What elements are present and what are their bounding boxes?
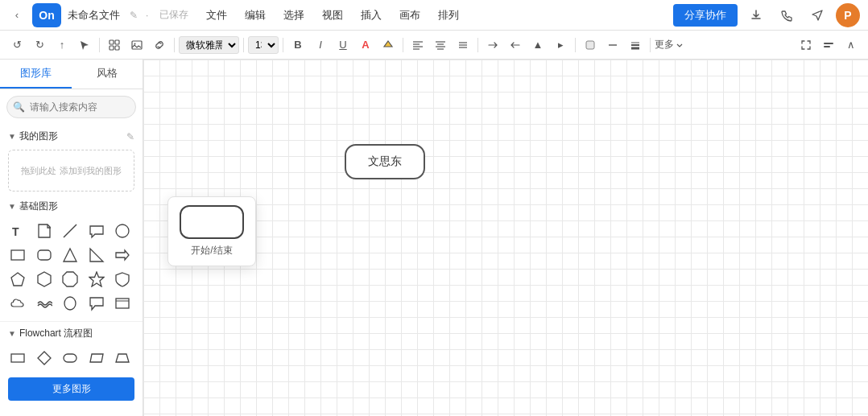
- svg-rect-0: [110, 40, 114, 44]
- svg-marker-33: [11, 273, 24, 286]
- edit-shapes-icon[interactable]: ✎: [126, 131, 134, 142]
- collapse-toolbar-button[interactable]: ∧: [841, 35, 862, 56]
- toolbar-right-icons: ∧: [796, 35, 862, 56]
- grid-toggle[interactable]: [104, 35, 125, 56]
- menu-arrange[interactable]: 排列: [435, 6, 462, 24]
- link-insert[interactable]: [149, 35, 170, 56]
- font-color-button[interactable]: A: [355, 35, 376, 56]
- my-shapes-section-header[interactable]: ▼ 我的图形 ✎: [0, 125, 143, 146]
- divider2: [174, 38, 175, 52]
- search-icon: 🔍: [13, 101, 25, 113]
- more-shapes-button[interactable]: 更多图形: [8, 377, 134, 401]
- line-btn[interactable]: [602, 35, 623, 56]
- shape-line[interactable]: [59, 220, 81, 242]
- more-tb-1[interactable]: [482, 35, 503, 56]
- canvas-area[interactable]: 文思东 开始/结束: [143, 60, 868, 416]
- shape-star[interactable]: [85, 268, 108, 290]
- underline-button[interactable]: U: [333, 35, 353, 56]
- tab-style[interactable]: 风格: [72, 60, 143, 89]
- align-left-button[interactable]: [407, 35, 428, 56]
- shape-blob[interactable]: [59, 292, 81, 315]
- shape-hexagon[interactable]: [33, 268, 56, 290]
- fill-btn[interactable]: [580, 35, 601, 56]
- back-button[interactable]: ‹: [8, 6, 26, 24]
- top-bar-right: 分享协作 P: [673, 3, 860, 27]
- shape-arrow-right[interactable]: [111, 244, 134, 266]
- download-button[interactable]: [744, 3, 768, 27]
- stroke-size-btn[interactable]: [625, 35, 646, 56]
- shape-triangle[interactable]: [59, 244, 81, 266]
- more-tb-3[interactable]: ▲: [527, 35, 548, 56]
- cursor-tool[interactable]: [74, 35, 95, 56]
- font-size-select[interactable]: 13px 10px 14px 16px: [248, 36, 279, 54]
- shape-note[interactable]: [33, 220, 56, 242]
- align-options[interactable]: [453, 35, 473, 56]
- svg-rect-1: [115, 40, 119, 44]
- phone-button[interactable]: [775, 3, 799, 27]
- flow-rect[interactable]: [6, 347, 29, 369]
- shape-cloud[interactable]: [6, 292, 29, 315]
- more-tb-4[interactable]: ▸: [550, 35, 571, 56]
- svg-marker-41: [38, 352, 51, 365]
- divider8: [650, 38, 651, 52]
- italic-button[interactable]: I: [310, 35, 331, 56]
- shape-callout[interactable]: [85, 220, 108, 242]
- flowchart-caret: ▼: [8, 329, 16, 338]
- search-input[interactable]: [6, 96, 136, 118]
- shape-right-triangle[interactable]: [85, 244, 108, 266]
- menu-file[interactable]: 文件: [203, 6, 230, 24]
- saved-status: 已保存: [159, 8, 188, 22]
- svg-rect-23: [824, 43, 833, 44]
- font-family-select[interactable]: 微软雅黑 Arial: [179, 36, 239, 54]
- highlight-button[interactable]: [378, 35, 399, 56]
- shape-speech-bubble[interactable]: [85, 292, 108, 315]
- flowchart-section-header[interactable]: ▼ Flowchart 流程图: [0, 322, 143, 344]
- basic-shapes-section-header[interactable]: ▼ 基础图形: [0, 195, 143, 216]
- up-button[interactable]: ↑: [52, 35, 72, 56]
- avatar-button[interactable]: P: [836, 3, 860, 27]
- shape-rounded-rectangle[interactable]: [33, 244, 56, 266]
- canvas-shape-wensi[interactable]: 文思东: [345, 144, 425, 179]
- align-center-button[interactable]: [430, 35, 451, 56]
- send-button[interactable]: [805, 3, 829, 27]
- menu-insert[interactable]: 插入: [358, 6, 385, 24]
- fullscreen-button[interactable]: [796, 35, 816, 56]
- share-button[interactable]: 分享协作: [673, 4, 738, 27]
- shape-pentagon[interactable]: [6, 268, 29, 290]
- redo-button[interactable]: ↻: [29, 35, 50, 56]
- divider3: [243, 38, 244, 52]
- svg-rect-29: [38, 250, 51, 260]
- shape-shield[interactable]: [111, 268, 134, 290]
- flowchart-section: ▼ Flowchart 流程图: [0, 321, 143, 373]
- top-bar: ‹ On 未命名文件 ✎ · 已保存 文件 编辑 选择 视图 插入 画布 排列 …: [0, 0, 868, 31]
- divider6: [477, 38, 478, 52]
- bold-button[interactable]: B: [287, 35, 308, 56]
- shape-octagon[interactable]: [59, 268, 81, 290]
- undo-button[interactable]: ↺: [6, 35, 27, 56]
- svg-rect-18: [586, 41, 594, 49]
- flow-rounded-rect[interactable]: [59, 347, 81, 369]
- flow-trapezoid[interactable]: [111, 347, 134, 369]
- flow-parallel[interactable]: [85, 347, 108, 369]
- more-button[interactable]: 更多: [655, 38, 684, 51]
- image-insert[interactable]: [126, 35, 147, 56]
- menu-view[interactable]: 视图: [319, 6, 346, 24]
- menu-canvas[interactable]: 画布: [396, 6, 424, 24]
- shape-text[interactable]: T: [6, 220, 29, 242]
- more-tb-2[interactable]: [505, 35, 526, 56]
- svg-marker-36: [89, 272, 104, 286]
- menu-edit[interactable]: 编辑: [242, 6, 269, 24]
- flow-diamond[interactable]: [33, 347, 56, 369]
- flowchart-shapes-grid: [0, 344, 143, 373]
- divider1: [99, 38, 100, 52]
- shape-wave[interactable]: [33, 292, 56, 315]
- tab-shapes[interactable]: 图形库: [0, 60, 72, 89]
- shape-rectangle[interactable]: [6, 244, 29, 266]
- edit-filename-icon[interactable]: ✎: [130, 10, 138, 21]
- menu-select[interactable]: 选择: [280, 6, 308, 24]
- shape-ellipse[interactable]: [111, 220, 134, 242]
- dot-separator: ·: [146, 10, 148, 21]
- shape-frame[interactable]: [111, 292, 134, 315]
- sidebar: 图形库 风格 🔍 ▼ 我的图形 ✎ 拖到此处 添加到我的图形 ▼ 基础图形: [0, 60, 143, 416]
- layout-button[interactable]: [818, 35, 839, 56]
